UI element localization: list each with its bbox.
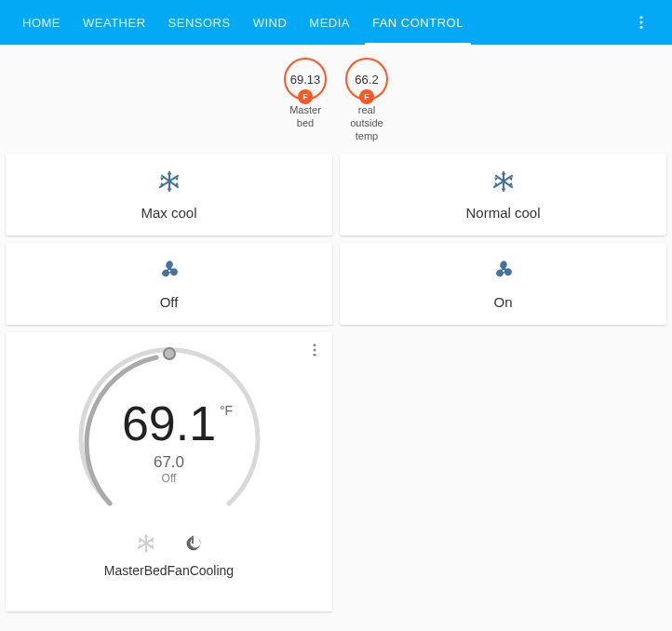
tab-media[interactable]: MEDIA	[309, 3, 350, 43]
svg-point-4	[314, 349, 316, 352]
thermostat-menu-button[interactable]	[306, 342, 323, 362]
button-label: Normal cool	[465, 205, 540, 221]
dial-handle[interactable]	[163, 347, 176, 360]
current-temp: 69.1°F	[122, 396, 216, 451]
thermostat-name: MasterBedFanCooling	[104, 563, 234, 578]
sensor-unit-dot: F	[359, 89, 374, 104]
tab-wind[interactable]: WIND	[253, 3, 288, 43]
sensor-badges-row: 69.13 F Master bed 66.2 F real outside t…	[0, 45, 672, 150]
thermostat-state: Off	[67, 472, 272, 485]
sensor-value-circle: 66.2 F	[345, 58, 388, 101]
thermostat-dial[interactable]: 69.1°F 67.0 Off	[67, 342, 272, 528]
dots-vertical-icon	[306, 342, 323, 358]
svg-point-2	[640, 26, 643, 29]
thermostat-mode-row	[136, 533, 203, 557]
svg-point-1	[640, 21, 643, 24]
button-label: On	[493, 294, 512, 310]
dots-vertical-icon	[633, 14, 650, 31]
tab-bar: HOME WEATHER SENSORS WIND MEDIA FAN CONT…	[0, 0, 672, 45]
card-grid: Max cool Normal cool Off On	[0, 150, 672, 615]
fan-icon	[157, 259, 181, 287]
temp-unit: °F	[220, 403, 233, 418]
snowflake-icon	[491, 169, 516, 197]
setpoint-temp: 67.0	[67, 453, 272, 472]
tab-fan-control[interactable]: FAN CONTROL	[372, 3, 464, 43]
button-label: Off	[160, 294, 179, 310]
button-label: Max cool	[141, 205, 196, 221]
tab-sensors[interactable]: SENSORS	[168, 3, 231, 43]
fan-icon	[491, 259, 516, 287]
sensor-badge-master-bed[interactable]: 69.13 F Master bed	[280, 58, 330, 142]
sensor-label: real outside temp	[342, 104, 392, 142]
mode-off-button[interactable]	[182, 533, 203, 557]
normal-cool-button[interactable]: Normal cool	[340, 154, 666, 235]
snowflake-icon	[157, 169, 181, 197]
sensor-value: 69.13	[290, 73, 321, 87]
power-icon	[182, 533, 203, 554]
svg-point-5	[314, 354, 316, 356]
dial-readout: 69.1°F 67.0 Off	[67, 396, 272, 485]
sensor-badge-outside-temp[interactable]: 66.2 F real outside temp	[342, 58, 392, 142]
tab-home[interactable]: HOME	[22, 3, 60, 43]
sensor-value-circle: 69.13 F	[284, 58, 327, 101]
sensor-label: Master bed	[280, 104, 330, 130]
svg-point-0	[640, 16, 643, 19]
thermostat-card: 69.1°F 67.0 Off MasterBedFanCooling	[6, 332, 332, 611]
snowflake-icon	[136, 533, 156, 554]
fan-off-button[interactable]: Off	[6, 243, 332, 325]
max-cool-button[interactable]: Max cool	[6, 154, 332, 235]
tabs-container: HOME WEATHER SENSORS WIND MEDIA FAN CONT…	[22, 3, 625, 43]
fan-on-button[interactable]: On	[340, 243, 666, 325]
overflow-menu-button[interactable]	[625, 7, 657, 38]
sensor-unit-dot: F	[298, 89, 313, 104]
sensor-value: 66.2	[355, 73, 378, 87]
current-temp-value: 69.1	[122, 396, 216, 450]
mode-cool-button[interactable]	[136, 533, 156, 557]
svg-point-3	[314, 344, 316, 347]
tab-weather[interactable]: WEATHER	[83, 3, 146, 43]
